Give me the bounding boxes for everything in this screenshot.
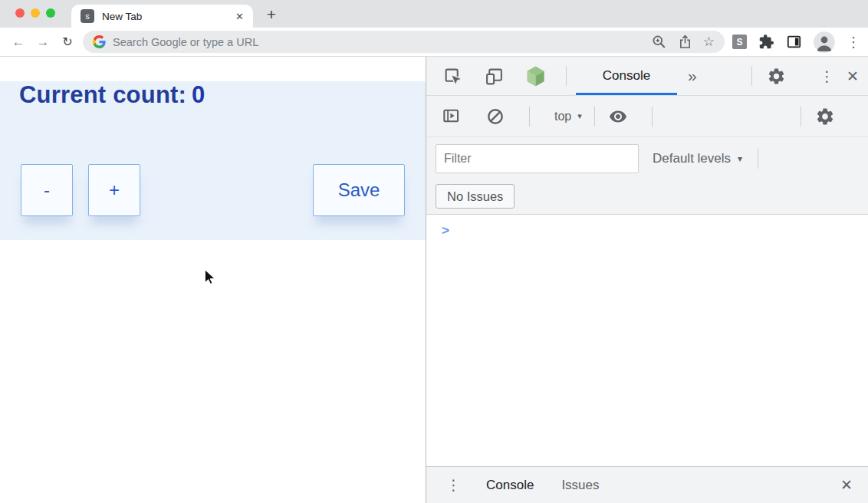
- traffic-lights: [15, 8, 55, 18]
- devtools-panel: Console » ⋮ ✕: [426, 57, 868, 503]
- reload-button[interactable]: ↻: [55, 35, 80, 49]
- console-filter-bar: Default levels ▾: [426, 137, 868, 179]
- divider: [529, 107, 530, 127]
- window-minimize-button[interactable]: [31, 8, 40, 18]
- context-dropdown-icon[interactable]: ▾: [577, 111, 582, 121]
- settings-gear-icon[interactable]: [765, 65, 787, 87]
- drawer-tab-issues[interactable]: Issues: [561, 478, 599, 493]
- tab-strip: s New Tab ✕ +: [0, 0, 868, 28]
- side-panel-icon[interactable]: [786, 34, 802, 50]
- console-settings-gear-icon[interactable]: [814, 106, 836, 127]
- tab-favicon-letter: s: [85, 12, 90, 21]
- console-prompt-icon[interactable]: >: [442, 223, 449, 238]
- increment-button[interactable]: +: [88, 164, 140, 216]
- browser-menu-icon[interactable]: ⋮: [847, 34, 857, 51]
- page-title: Current count:0: [19, 81, 426, 109]
- console-output[interactable]: >: [426, 215, 868, 466]
- save-button[interactable]: Save: [313, 164, 405, 216]
- devtools-actions: ⋮ ✕: [751, 65, 860, 87]
- drawer-menu-icon[interactable]: ⋮: [446, 476, 459, 494]
- devtools-menu-icon[interactable]: ⋮: [820, 67, 832, 85]
- extension-s-icon[interactable]: S: [732, 35, 747, 49]
- live-expression-eye-icon[interactable]: [607, 106, 629, 127]
- content-area: Current count:0 - + Save: [0, 57, 868, 503]
- window-zoom-button[interactable]: [46, 8, 55, 18]
- close-tab-icon[interactable]: ✕: [235, 11, 244, 22]
- filter-input[interactable]: [436, 144, 639, 173]
- console-toolbar-right: [801, 106, 859, 127]
- no-issues-button[interactable]: No Issues: [436, 184, 515, 209]
- divider: [566, 66, 567, 86]
- log-levels-selector[interactable]: Default levels: [653, 151, 731, 166]
- devtools-drawer: ⋮ Console Issues ✕: [426, 466, 868, 503]
- node-icon[interactable]: [524, 65, 546, 87]
- decrement-button[interactable]: -: [21, 164, 73, 216]
- web-page: Current count:0 - + Save: [0, 57, 426, 503]
- count-label: Current count:: [19, 81, 186, 108]
- tab-title: New Tab: [102, 11, 235, 22]
- window-close-button[interactable]: [15, 8, 25, 18]
- browser-toolbar: ← → ↻ Search Google or type a URL: [0, 28, 868, 57]
- divider: [594, 107, 595, 127]
- google-logo-icon: [93, 35, 106, 48]
- omnibox-actions: ☆: [651, 34, 715, 50]
- extensions-puzzle-icon[interactable]: [758, 34, 774, 50]
- zoom-icon[interactable]: [651, 34, 667, 50]
- levels-dropdown-icon[interactable]: ▾: [738, 153, 742, 164]
- divider: [758, 149, 758, 169]
- mouse-cursor: [204, 268, 217, 285]
- browser-tab[interactable]: s New Tab ✕: [71, 5, 253, 28]
- tab-console[interactable]: Console: [576, 57, 677, 95]
- clear-console-icon[interactable]: [485, 106, 506, 127]
- close-devtools-icon[interactable]: ✕: [845, 67, 860, 85]
- tab-favicon: s: [81, 9, 94, 23]
- back-button[interactable]: ←: [6, 35, 31, 50]
- console-sidebar-toggle-icon[interactable]: [440, 106, 462, 127]
- button-row: - + Save: [21, 164, 405, 216]
- browser-window: s New Tab ✕ + ← → ↻ Search Google or typ…: [0, 0, 868, 503]
- count-value: 0: [192, 81, 205, 108]
- new-tab-button[interactable]: +: [263, 5, 280, 24]
- console-toolbar: top ▾: [426, 96, 868, 137]
- drawer-tab-console[interactable]: Console: [486, 478, 534, 493]
- share-icon[interactable]: [677, 34, 693, 50]
- close-drawer-icon[interactable]: ✕: [839, 476, 854, 494]
- more-tabs-icon[interactable]: »: [688, 67, 697, 85]
- divider: [652, 107, 653, 127]
- device-toolbar-icon[interactable]: [483, 65, 505, 87]
- context-selector[interactable]: top: [554, 110, 571, 123]
- divider: [801, 107, 801, 127]
- devtools-tab-bar: Console » ⋮ ✕: [426, 57, 868, 96]
- address-bar-placeholder: Search Google or type a URL: [113, 36, 651, 48]
- counter-app: Current count:0 - + Save: [0, 81, 426, 240]
- inspect-element-icon[interactable]: [442, 65, 463, 87]
- toolbar-extensions: S ⋮: [732, 31, 862, 53]
- forward-button[interactable]: →: [31, 35, 55, 50]
- divider: [751, 66, 752, 86]
- profile-avatar[interactable]: [814, 31, 835, 53]
- address-bar[interactable]: Search Google or type a URL: [83, 31, 725, 53]
- issues-bar: No Issues: [426, 179, 868, 215]
- bookmark-star-icon[interactable]: ☆: [703, 35, 715, 48]
